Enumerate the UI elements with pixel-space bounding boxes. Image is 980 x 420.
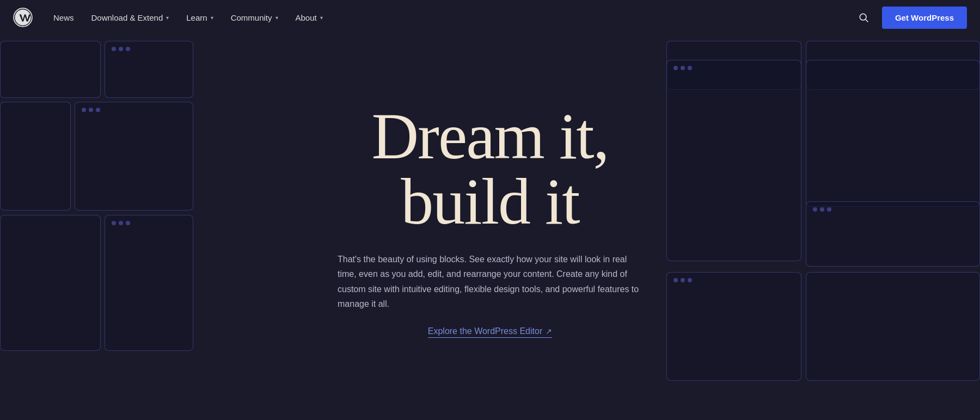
- bg-window-card: [666, 60, 801, 261]
- bg-window-card: [0, 215, 101, 351]
- nav-news[interactable]: News: [46, 9, 82, 27]
- nav-right: Get WordPress: [854, 7, 967, 29]
- bg-window-card: [666, 272, 801, 381]
- window-dot: [119, 47, 123, 51]
- bg-window-card: [75, 102, 193, 211]
- main-nav: News Download & Extend ▾ Learn ▾ Communi…: [0, 0, 980, 35]
- window-dot: [126, 47, 130, 51]
- nav-community[interactable]: Community ▾: [223, 9, 286, 27]
- window-dot: [112, 47, 116, 51]
- hero-subtitle: That's the beauty of using blocks. See e…: [338, 252, 642, 311]
- bg-window-card: [806, 272, 980, 381]
- nav-learn[interactable]: Learn ▾: [179, 9, 220, 27]
- explore-editor-link[interactable]: Explore the WordPress Editor ↗: [428, 326, 552, 338]
- window-dot: [673, 66, 678, 70]
- window-dot: [96, 108, 100, 112]
- nav-download-extend[interactable]: Download & Extend ▾: [84, 9, 177, 27]
- svg-point-1: [860, 14, 866, 20]
- bg-window-card: [666, 41, 801, 90]
- window-dot: [126, 221, 130, 225]
- window-dot: [688, 278, 692, 282]
- bg-window-card: [806, 60, 980, 207]
- hero-content: Dream it, build it That's the beauty of …: [338, 82, 642, 338]
- window-dot: [82, 108, 86, 112]
- bg-window-card: [0, 41, 101, 98]
- window-dot: [688, 66, 692, 70]
- window-dot: [681, 278, 685, 282]
- window-dot: [827, 207, 831, 212]
- nav-about[interactable]: About ▾: [288, 9, 330, 27]
- window-dot: [673, 278, 678, 282]
- search-button[interactable]: [854, 8, 873, 27]
- bg-window-card: [0, 102, 71, 211]
- window-dot: [681, 66, 685, 70]
- chevron-down-icon: ▾: [320, 15, 323, 21]
- chevron-down-icon: ▾: [275, 15, 278, 21]
- svg-line-2: [866, 20, 868, 22]
- hero-section: Dream it, build it That's the beauty of …: [0, 0, 980, 420]
- wp-logo[interactable]: [13, 8, 33, 27]
- hero-title: Dream it, build it: [338, 104, 642, 234]
- external-link-icon: ↗: [546, 327, 552, 336]
- window-dot: [119, 221, 123, 225]
- get-wordpress-button[interactable]: Get WordPress: [882, 7, 967, 29]
- bg-window-card: [806, 201, 980, 267]
- bg-window-card: [105, 215, 193, 351]
- window-dot: [112, 221, 116, 225]
- chevron-down-icon: ▾: [211, 15, 213, 21]
- search-icon: [858, 12, 869, 23]
- nav-items: News Download & Extend ▾ Learn ▾ Communi…: [46, 9, 854, 27]
- window-dot: [813, 207, 817, 212]
- bg-window-card: [806, 41, 980, 90]
- chevron-down-icon: ▾: [166, 15, 169, 21]
- window-dot: [89, 108, 93, 112]
- bg-window-card: [105, 41, 193, 98]
- window-dot: [820, 207, 824, 212]
